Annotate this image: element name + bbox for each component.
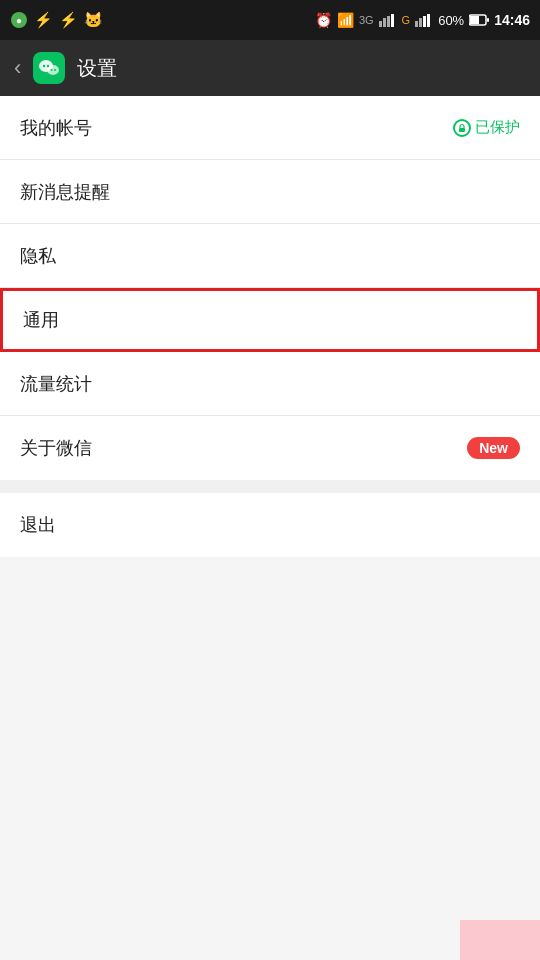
svg-rect-3	[383, 18, 386, 27]
wechat-logo	[33, 52, 65, 84]
about-item-left: 关于微信	[20, 436, 92, 460]
logout-item-left: 退出	[20, 513, 56, 537]
signal-bars	[379, 13, 397, 27]
wifi-icon: 📶	[337, 12, 354, 28]
general-item-left: 通用	[23, 308, 59, 332]
pink-corner-decoration	[460, 920, 540, 960]
general-label: 通用	[23, 308, 59, 332]
3g-signal: 3G	[359, 14, 374, 26]
wechat-logo-icon	[38, 57, 60, 79]
usb-icon-2: ⚡	[59, 11, 78, 29]
svg-rect-9	[427, 14, 430, 27]
svg-point-16	[47, 65, 49, 67]
settings-group-logout: 退出	[0, 493, 540, 557]
svg-rect-2	[379, 21, 382, 27]
status-icons-left: ● ⚡ ⚡ 🐱	[10, 11, 103, 29]
privacy-item-left: 隐私	[20, 244, 56, 268]
svg-rect-8	[423, 16, 426, 27]
g-signal: G	[402, 14, 411, 26]
notifications-item-left: 新消息提醒	[20, 180, 110, 204]
page-title: 设置	[77, 55, 117, 82]
group-divider	[0, 481, 540, 493]
settings-item-traffic[interactable]: 流量统计	[0, 352, 540, 416]
svg-rect-5	[391, 14, 394, 27]
settings-item-general[interactable]: 通用	[0, 288, 540, 352]
svg-text:●: ●	[16, 15, 22, 26]
protected-text: 已保护	[475, 118, 520, 137]
svg-rect-6	[415, 21, 418, 27]
svg-point-15	[43, 65, 45, 67]
clock-icon: ⏰	[315, 12, 332, 28]
notification-icon: ●	[10, 11, 28, 29]
settings-item-account[interactable]: 我的帐号 已保护	[0, 96, 540, 160]
status-bar: ● ⚡ ⚡ 🐱 ⏰ 📶 3G G 60%	[0, 0, 540, 40]
about-item-right: New	[467, 437, 520, 459]
privacy-label: 隐私	[20, 244, 56, 268]
settings-item-logout[interactable]: 退出	[0, 493, 540, 557]
lock-svg	[457, 123, 467, 133]
battery-percent: 60%	[438, 13, 464, 28]
svg-point-17	[51, 69, 53, 71]
time-display: 14:46	[494, 12, 530, 28]
app-header: ‹ 设置	[0, 40, 540, 96]
svg-rect-7	[419, 18, 422, 27]
traffic-item-left: 流量统计	[20, 372, 92, 396]
svg-rect-19	[459, 128, 465, 132]
svg-rect-4	[387, 16, 390, 27]
g-signal-bars	[415, 13, 433, 27]
usb-icon: ⚡	[34, 11, 53, 29]
svg-rect-12	[487, 18, 489, 22]
settings-list: 我的帐号 已保护 新消息提醒 隐私	[0, 96, 540, 557]
back-button[interactable]: ‹	[14, 55, 21, 81]
battery-icon	[469, 14, 489, 26]
account-item-right: 已保护	[453, 118, 520, 137]
notifications-label: 新消息提醒	[20, 180, 110, 204]
account-label: 我的帐号	[20, 116, 92, 140]
svg-point-18	[54, 69, 56, 71]
svg-rect-11	[470, 16, 479, 24]
traffic-label: 流量统计	[20, 372, 92, 396]
settings-item-about[interactable]: 关于微信 New	[0, 416, 540, 480]
cat-icon: 🐱	[84, 11, 103, 29]
lock-icon	[453, 119, 471, 137]
settings-group-main: 我的帐号 已保护 新消息提醒 隐私	[0, 96, 540, 480]
account-item-left: 我的帐号	[20, 116, 92, 140]
logout-label: 退出	[20, 513, 56, 537]
new-badge: New	[467, 437, 520, 459]
settings-item-privacy[interactable]: 隐私	[0, 224, 540, 288]
about-label: 关于微信	[20, 436, 92, 460]
status-icons-right: ⏰ 📶 3G G 60% 14:46	[315, 12, 530, 28]
settings-item-notifications[interactable]: 新消息提醒	[0, 160, 540, 224]
